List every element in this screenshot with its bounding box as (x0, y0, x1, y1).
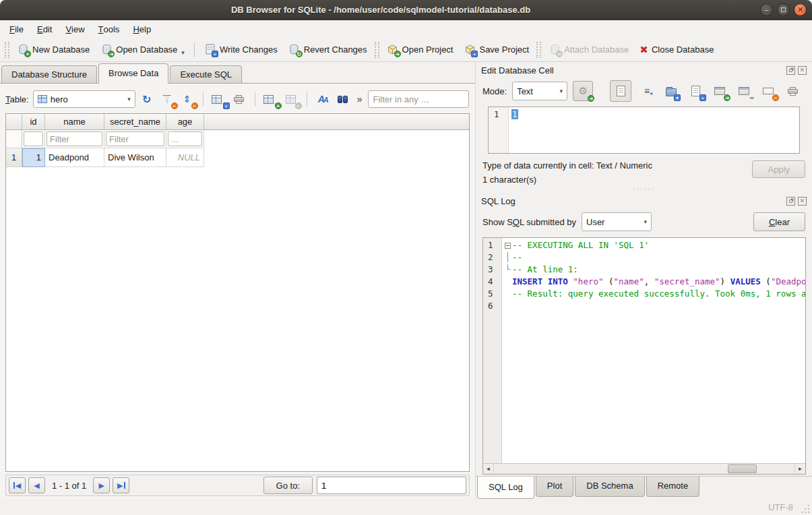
auto-switch-mode-button[interactable]: ⚙ ➜ (573, 81, 593, 101)
cell-name[interactable]: Deadpond (45, 148, 104, 167)
browse-data-content: Table: hero ▾ ↻ − ⇕− ▪▾ +▾ − (0, 83, 475, 499)
save-project-button[interactable]: ▪ Save Project (458, 41, 534, 59)
submitted-by-select[interactable]: User ▾ (582, 212, 652, 231)
scroll-left-icon[interactable]: ◀ (483, 464, 494, 474)
dock-float-icon[interactable] (786, 197, 795, 206)
last-page-button[interactable]: ▶ (113, 477, 129, 493)
dock-tab-remote[interactable]: Remote (646, 477, 700, 497)
goto-button[interactable]: Go to: (263, 477, 313, 494)
clear-filters-button[interactable]: − (158, 90, 176, 108)
cell-editor[interactable]: 1 1 (488, 107, 800, 154)
write-changes-label: Write Changes (220, 44, 278, 55)
menu-file[interactable]: File (3, 20, 30, 38)
find-in-table-button[interactable] (334, 90, 352, 108)
cell-editor-content[interactable]: 1 (511, 109, 518, 119)
null-field-icon (763, 88, 774, 94)
dock-tab-plot[interactable]: Plot (536, 477, 573, 497)
dock-tab-db-schema[interactable]: DB Schema (575, 477, 644, 497)
sql-log-dock: SQL Log ✕ Show SQL submitted by User ▾ C… (476, 193, 812, 499)
resize-grip[interactable] (801, 504, 810, 513)
cell-age[interactable]: NULL (166, 148, 204, 167)
sql-log-hscrollbar[interactable]: ◀ ▶ (483, 463, 805, 474)
document-icon (617, 86, 625, 96)
word-wrap-button[interactable]: ≡ (638, 82, 656, 100)
dock-tab-sql-log[interactable]: SQL Log (477, 477, 534, 499)
font-settings-button[interactable]: AA (314, 90, 332, 108)
chevron-down-icon: ▾ (644, 218, 647, 225)
dock-splitter-handle[interactable]: ······ (476, 185, 812, 193)
sql-log-title: SQL Log (481, 196, 516, 206)
goto-input[interactable] (317, 477, 466, 494)
open-database-dropdown-icon[interactable]: ▾ (181, 49, 185, 56)
cell-id[interactable]: 1 (22, 148, 45, 167)
tab-database-structure[interactable]: Database Structure (1, 65, 97, 83)
table-row: 1 1 Deadpond Dive Wilson NULL (6, 148, 469, 167)
minimize-button-icon[interactable]: – (760, 3, 773, 16)
menu-edit[interactable]: Edit (30, 20, 59, 38)
revert-changes-button[interactable]: ↻ Revert Changes (283, 41, 373, 59)
insert-record-button[interactable]: +▾ (262, 90, 280, 108)
text-mode-toggle[interactable] (610, 80, 631, 102)
menu-help[interactable]: Help (126, 20, 158, 38)
scrollbar-thumb[interactable] (728, 464, 757, 473)
prev-page-button[interactable]: ◀ (28, 477, 45, 493)
print-cell-button[interactable] (784, 82, 801, 100)
dock-close-icon[interactable]: ✕ (798, 66, 807, 75)
write-changes-button[interactable]: ▪ Write Changes (199, 41, 283, 59)
refresh-button[interactable]: ↻ (138, 90, 156, 108)
column-header-id[interactable]: id (22, 114, 45, 130)
open-project-button[interactable]: ➜ Open Project (381, 41, 459, 59)
open-database-button[interactable]: ➜ Open Database ▾ (95, 41, 190, 59)
column-header-secret-name[interactable]: secret_name (104, 114, 166, 130)
gear-icon: ⚙ (578, 85, 587, 97)
filter-input-id[interactable] (24, 131, 43, 146)
table-select[interactable]: hero ▾ (33, 90, 135, 108)
main-toolbar: + New Database ➜ Open Database ▾ ▪ Write… (0, 38, 812, 62)
toolbar-drag-handle[interactable] (536, 42, 541, 58)
print-table-button[interactable] (230, 90, 248, 108)
set-null-button[interactable]: − (759, 82, 777, 100)
toolbar-drag-handle[interactable] (5, 42, 9, 58)
scroll-right-icon[interactable]: ▶ (794, 464, 805, 474)
open-external-button[interactable]: ➜ (711, 82, 728, 100)
mode-select[interactable]: Text ▾ (512, 82, 567, 100)
clear-log-button[interactable]: Clear (753, 212, 805, 231)
titlebar[interactable]: – ✕ DB Browser for SQLite - /home/user/c… (0, 0, 812, 20)
close-database-icon: ✖ (639, 44, 648, 56)
dock-float-icon[interactable] (786, 66, 795, 75)
clear-sorting-button[interactable]: ⇕− (179, 90, 196, 108)
cell-secret-name[interactable]: Dive Wilson (104, 148, 166, 167)
word-wrap-icon: ≡ (644, 86, 650, 96)
import-cell-button[interactable]: ▾ (662, 82, 680, 100)
table-label: Table: (5, 94, 29, 104)
attach-database-icon: ∞ (549, 44, 561, 56)
maximize-button-icon[interactable] (777, 3, 790, 16)
export-table-button[interactable]: ▪▾ (210, 90, 228, 108)
dock-close-icon[interactable]: ✕ (798, 197, 807, 206)
tab-browse-data[interactable]: Browse Data (98, 63, 168, 83)
export-cell-button[interactable]: ▪ (687, 82, 704, 100)
filter-input-secret-name[interactable] (106, 131, 164, 146)
main-tabbar: Database Structure Browse Data Execute S… (0, 63, 475, 83)
write-changes-icon: ▪ (204, 44, 216, 56)
filter-input-age[interactable] (168, 131, 202, 146)
first-page-button[interactable]: ◀ (9, 477, 26, 493)
close-database-button[interactable]: ✖ Close Database (634, 41, 719, 59)
tab-execute-sql[interactable]: Execute SQL (170, 65, 242, 83)
close-button-icon[interactable]: ✕ (794, 3, 807, 16)
toolbar-drag-handle[interactable] (375, 42, 379, 58)
filter-input-name[interactable] (46, 131, 102, 146)
delete-record-button: − (282, 90, 300, 108)
next-page-button[interactable]: ▶ (93, 477, 110, 493)
row-number[interactable]: 1 (6, 148, 22, 167)
copy-link-button[interactable]: ∞ (735, 82, 753, 100)
toolbar-overflow-icon[interactable]: » (357, 94, 363, 104)
menubar: File Edit View Tools Help (0, 20, 812, 38)
menu-view[interactable]: View (59, 20, 91, 38)
sql-log-editor[interactable]: 123456 -- EXECUTING ALL IN 'SQL 1'│--└--… (482, 237, 806, 475)
filter-any-input[interactable] (368, 90, 469, 108)
column-header-name[interactable]: name (45, 114, 104, 130)
new-database-button[interactable]: + New Database (11, 41, 95, 59)
column-header-age[interactable]: age (166, 114, 204, 130)
menu-tools[interactable]: Tools (92, 20, 127, 38)
